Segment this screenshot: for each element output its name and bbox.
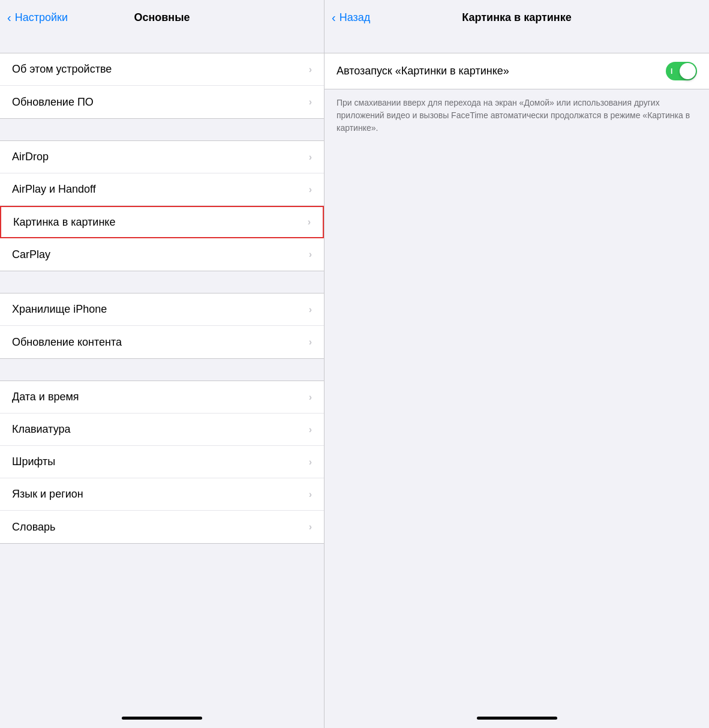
chevron-airplay-icon: › — [309, 184, 312, 195]
list-item-software-update[interactable]: Обновление ПО › — [0, 86, 324, 118]
right-content: Автозапуск «Картинки в картинке» I При с… — [325, 31, 709, 144]
right-back-button[interactable]: ‹ Назад — [332, 11, 370, 25]
section-device: Об этом устройстве › Обновление ПО › — [0, 53, 324, 119]
chevron-storage-icon: › — [309, 304, 312, 315]
right-panel: ‹ Назад Картинка в картинке Автозапуск «… — [325, 0, 709, 728]
list-item-airplay[interactable]: AirPlay и Handoff › — [0, 173, 324, 206]
item-pip-label: Картинка в картинке — [13, 216, 115, 229]
pip-description: При смахивании вверх для перехода на экр… — [325, 89, 709, 144]
chevron-fonts-icon: › — [309, 457, 312, 468]
chevron-software-icon: › — [309, 97, 312, 107]
item-keyboard-label: Клавиатура — [12, 423, 71, 436]
pip-toggle-row: Автозапуск «Картинки в картинке» I — [325, 53, 709, 89]
item-dictionary-label: Словарь — [12, 521, 55, 534]
right-home-indicator — [325, 708, 709, 728]
item-fonts-label: Шрифты — [12, 456, 55, 468]
chevron-content-icon: › — [309, 337, 312, 347]
left-panel: ‹ Настройки Основные Об этом устройстве … — [0, 0, 325, 728]
pip-toggle-label: Автозапуск «Картинки в картинке» — [337, 65, 509, 77]
pip-toggle-switch[interactable]: I — [666, 62, 697, 80]
left-home-bar — [122, 717, 202, 720]
chevron-about-icon: › — [309, 64, 312, 75]
list-item-language[interactable]: Язык и регион › — [0, 478, 324, 511]
left-back-button[interactable]: ‹ Настройки — [7, 11, 68, 25]
item-datetime-label: Дата и время — [12, 391, 79, 403]
chevron-carplay-icon: › — [309, 249, 312, 260]
list-item-storage[interactable]: Хранилище iPhone › — [0, 293, 324, 326]
gap-2 — [0, 119, 324, 140]
left-home-indicator — [0, 708, 324, 728]
list-item-keyboard[interactable]: Клавиатура › — [0, 414, 324, 446]
toggle-on-indicator: I — [671, 67, 672, 76]
left-back-label: Настройки — [15, 11, 68, 24]
list-item-content-update[interactable]: Обновление контента › — [0, 326, 324, 358]
gap-3 — [0, 271, 324, 293]
section-connectivity: AirDrop › AirPlay и Handoff › Картинка в… — [0, 140, 324, 271]
item-content-update-label: Обновление контента — [12, 336, 122, 349]
item-language-label: Язык и регион — [12, 488, 83, 501]
right-back-label: Назад — [340, 11, 371, 24]
section-storage: Хранилище iPhone › Обновление контента › — [0, 293, 324, 359]
chevron-dictionary-icon: › — [309, 522, 312, 532]
chevron-datetime-icon: › — [309, 392, 312, 403]
left-header: ‹ Настройки Основные — [0, 0, 324, 31]
chevron-language-icon: › — [309, 489, 312, 500]
right-back-chevron-icon: ‹ — [332, 11, 336, 25]
section-locale: Дата и время › Клавиатура › Шрифты › Язы… — [0, 381, 324, 544]
list-item-fonts[interactable]: Шрифты › — [0, 446, 324, 478]
item-storage-label: Хранилище iPhone — [12, 303, 107, 316]
right-panel-title: Картинка в картинке — [462, 11, 571, 24]
list-item-datetime[interactable]: Дата и время › — [0, 381, 324, 414]
list-item-airdrop[interactable]: AirDrop › — [0, 141, 324, 173]
list-item-pip[interactable]: Картинка в картинке › — [0, 206, 324, 238]
right-header: ‹ Назад Картинка в картинке — [325, 0, 709, 31]
chevron-pip-icon: › — [308, 217, 311, 227]
toggle-knob — [680, 63, 696, 79]
list-item-carplay[interactable]: CarPlay › — [0, 238, 324, 271]
left-back-chevron-icon: ‹ — [7, 11, 11, 25]
gap-4 — [0, 359, 324, 381]
item-airplay-label: AirPlay и Handoff — [12, 183, 96, 196]
gap-1 — [0, 31, 324, 53]
item-about-label: Об этом устройстве — [12, 63, 112, 76]
list-item-about[interactable]: Об этом устройстве › — [0, 53, 324, 86]
item-carplay-label: CarPlay — [12, 248, 50, 261]
chevron-keyboard-icon: › — [309, 424, 312, 435]
chevron-airdrop-icon: › — [309, 152, 312, 163]
pip-toggle-section: Автозапуск «Картинки в картинке» I — [325, 53, 709, 89]
right-home-bar — [477, 717, 557, 720]
item-software-update-label: Обновление ПО — [12, 96, 94, 109]
left-panel-title: Основные — [134, 11, 190, 24]
list-item-dictionary[interactable]: Словарь › — [0, 511, 324, 543]
item-airdrop-label: AirDrop — [12, 151, 49, 163]
